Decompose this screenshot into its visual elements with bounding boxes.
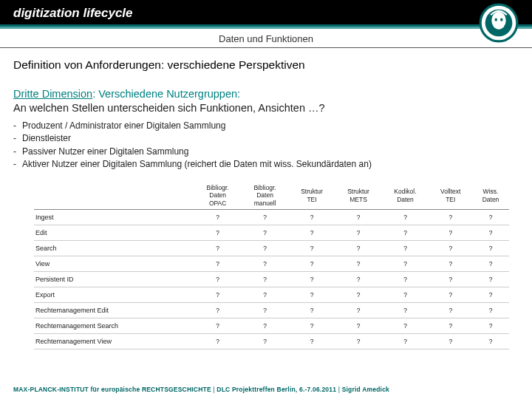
footer-author: Sigrid Amedick <box>342 386 389 393</box>
cell: ? <box>289 225 335 241</box>
cell: ? <box>242 272 289 287</box>
cell: ? <box>429 256 472 272</box>
cell: ? <box>472 241 509 256</box>
question-line: An welchen Stellen unterscheiden sich Fu… <box>13 102 519 114</box>
table-body: Ingest???????Edit???????Search???????Vie… <box>34 210 509 349</box>
footer-institute: MAX-PLANCK-INSTITUT für europäische RECH… <box>13 386 211 393</box>
col-blank <box>34 182 194 210</box>
svg-point-3 <box>494 18 497 21</box>
cell: ? <box>472 287 509 303</box>
cell: ? <box>429 272 472 287</box>
cell: ? <box>335 241 382 256</box>
table-row: Rechtemanagement Edit??????? <box>34 303 509 318</box>
cell: ? <box>382 318 429 334</box>
row-label: Rechtemanagement Edit <box>34 303 194 318</box>
cell: ? <box>472 210 509 225</box>
cell: ? <box>289 272 335 287</box>
footer: MAX-PLANCK-INSTITUT für europäische RECH… <box>13 386 519 393</box>
cell: ? <box>194 256 242 272</box>
cell: ? <box>429 210 472 225</box>
header: digitization lifecycle Daten und Funktio… <box>0 0 532 48</box>
cell: ? <box>242 287 289 303</box>
cell: ? <box>472 318 509 334</box>
cell: ? <box>472 272 509 287</box>
table-row: Ingest??????? <box>34 210 509 225</box>
cell: ? <box>429 318 472 334</box>
cell: ? <box>242 210 289 225</box>
cell: ? <box>472 256 509 272</box>
cell: ? <box>289 256 335 272</box>
cell: ? <box>429 334 472 349</box>
cell: ? <box>289 334 335 349</box>
row-label: Export <box>34 287 194 303</box>
row-label: Persistent ID <box>34 272 194 287</box>
cell: ? <box>335 318 382 334</box>
row-label: Rechtemanagement View <box>34 334 194 349</box>
cell: ? <box>289 210 335 225</box>
cell: ? <box>472 334 509 349</box>
cell: ? <box>242 241 289 256</box>
cell: ? <box>335 303 382 318</box>
cell: ? <box>289 241 335 256</box>
requirements-table: Bibliogr.DatenOPAC Bibliogr.Datenmanuell… <box>34 182 509 350</box>
cell: ? <box>289 318 335 334</box>
cell: ? <box>429 225 472 241</box>
bullet-list: Produzent / Administrator einer Digitale… <box>13 120 519 171</box>
cell: ? <box>242 318 289 334</box>
minerva-logo-icon <box>479 3 519 43</box>
cell: ? <box>242 225 289 241</box>
col-header: StrukturTEI <box>289 182 335 210</box>
cell: ? <box>382 303 429 318</box>
cell: ? <box>382 225 429 241</box>
dimension-rest: : Verschiedene Nutzergruppen: <box>92 88 240 100</box>
table-row: Rechtemanagement Search??????? <box>34 318 509 334</box>
cell: ? <box>335 225 382 241</box>
table-row: Rechtemanagement View??????? <box>34 334 509 349</box>
list-item: Passiver Nutzer einer Digitalen Sammlung <box>13 146 519 158</box>
cell: ? <box>335 287 382 303</box>
row-label: Edit <box>34 225 194 241</box>
cell: ? <box>429 241 472 256</box>
list-item: Dienstleister <box>13 132 519 145</box>
cell: ? <box>289 287 335 303</box>
cell: ? <box>335 334 382 349</box>
col-header: Bibliogr.Datenmanuell <box>242 182 289 210</box>
row-label: View <box>34 256 194 272</box>
main-heading: Definition von Anforderungen: verschiede… <box>13 58 519 72</box>
cell: ? <box>335 272 382 287</box>
cell: ? <box>335 210 382 225</box>
col-header: StrukturMETS <box>335 182 382 210</box>
cell: ? <box>335 256 382 272</box>
svg-point-4 <box>500 18 502 21</box>
row-label: Search <box>34 241 194 256</box>
svg-point-2 <box>491 12 505 30</box>
cell: ? <box>429 287 472 303</box>
cell: ? <box>382 210 429 225</box>
cell: ? <box>382 272 429 287</box>
table-header-row: Bibliogr.DatenOPAC Bibliogr.Datenmanuell… <box>34 182 509 210</box>
cell: ? <box>382 287 429 303</box>
cell: ? <box>382 256 429 272</box>
cell: ? <box>472 303 509 318</box>
list-item: Aktiver Nutzer einer Digitalen Sammlung … <box>13 158 519 171</box>
content: Definition von Anforderungen: verschiede… <box>0 48 532 349</box>
cell: ? <box>289 303 335 318</box>
cell: ? <box>194 241 242 256</box>
subtitle-bar: Daten und Funktionen <box>0 29 532 48</box>
row-label: Ingest <box>34 210 194 225</box>
cell: ? <box>382 241 429 256</box>
cell: ? <box>194 225 242 241</box>
cell: ? <box>194 334 242 349</box>
table-row: Persistent ID??????? <box>34 272 509 287</box>
row-label: Rechtemanagement Search <box>34 318 194 334</box>
cell: ? <box>242 303 289 318</box>
cell: ? <box>242 334 289 349</box>
table-row: Export??????? <box>34 287 509 303</box>
cell: ? <box>472 225 509 241</box>
page-title: digitization lifecycle <box>13 6 133 20</box>
cell: ? <box>194 287 242 303</box>
dimension-label: Dritte Dimension <box>13 88 92 100</box>
col-header: VolltextTEI <box>429 182 472 210</box>
title-banner: digitization lifecycle <box>0 0 532 24</box>
cell: ? <box>194 303 242 318</box>
